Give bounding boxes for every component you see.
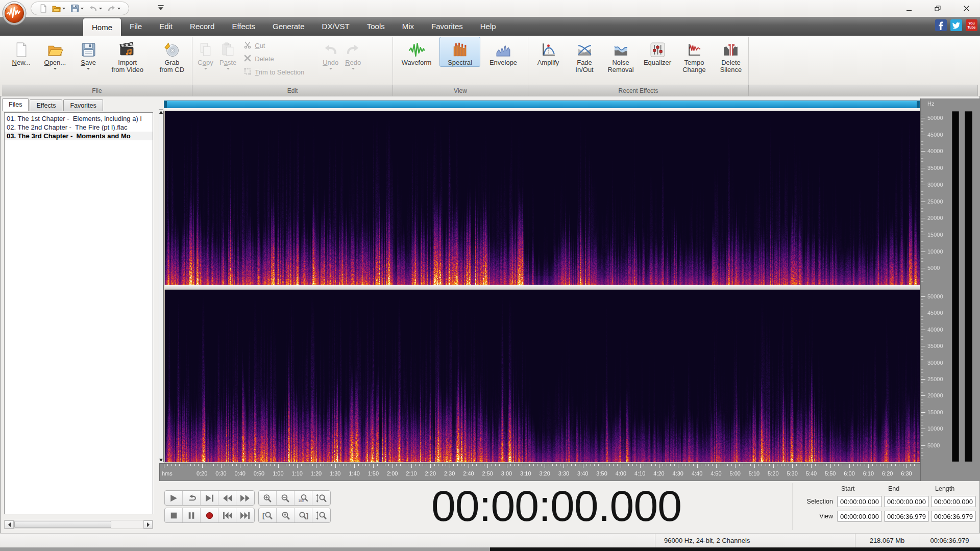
tab-record[interactable]: Record xyxy=(181,17,223,36)
ribbon-button-import-from-video[interactable]: Importfrom Video xyxy=(106,37,150,74)
zoom-selection-start-button[interactable]: [ xyxy=(259,508,277,522)
tab-help[interactable]: Help xyxy=(472,17,505,36)
spectral-icon xyxy=(452,40,469,59)
twitter-icon[interactable] xyxy=(950,19,962,31)
zoom-out-button[interactable] xyxy=(277,491,295,505)
zoom-selection-button[interactable] xyxy=(277,508,295,522)
go-to-start-button[interactable] xyxy=(218,508,236,522)
ribbon-button-copy[interactable]: Copy xyxy=(195,37,215,71)
zoom-selection-end-button[interactable]: ] xyxy=(295,508,312,522)
selection-start-field[interactable]: 00:00:00.000 xyxy=(837,496,882,507)
zoom-vertical-button[interactable] xyxy=(312,491,330,505)
file-list-item[interactable]: 02. The 2nd Chapter - The Fire (pt I).fl… xyxy=(5,123,153,132)
tab-generate[interactable]: Generate xyxy=(264,17,313,36)
go-to-end-button[interactable] xyxy=(236,508,254,522)
ribbon-button-equalizer[interactable]: Equalizer xyxy=(640,37,675,67)
file-list-item[interactable]: 01. The 1st Chapter - Elements, includin… xyxy=(5,114,153,123)
ribbon-button-paste[interactable]: Paste xyxy=(218,37,238,71)
scroll-left-arrow-icon[interactable] xyxy=(5,520,14,529)
spectrogram-channel-2[interactable] xyxy=(164,290,920,462)
ribbon-button-waveform[interactable]: Waveform xyxy=(396,37,437,67)
toolbar-customize-icon[interactable] xyxy=(157,4,164,11)
tab-effects[interactable]: Effects xyxy=(223,17,264,36)
record-button[interactable] xyxy=(201,508,218,522)
ribbon-group-edit: CopyPasteCutDeleteTrim to SelectionUndoR… xyxy=(192,37,393,85)
cut-icon xyxy=(243,41,252,51)
zoom-100-button[interactable]: 100 xyxy=(295,491,312,505)
ribbon-button-undo[interactable]: Undo xyxy=(321,37,340,71)
selection-end-field[interactable]: 00:00:00.000 xyxy=(884,496,929,507)
overview-position-bar[interactable] xyxy=(164,101,920,108)
restore-button[interactable] xyxy=(929,2,946,14)
facebook-icon[interactable] xyxy=(935,19,947,31)
file-list-horizontal-scrollbar[interactable] xyxy=(4,520,153,529)
ribbon-button-save[interactable]: Save xyxy=(74,37,103,71)
ribbon-button-envelope[interactable]: Envelope xyxy=(483,37,524,67)
panel-tab-favorites[interactable]: Favorites xyxy=(63,99,103,111)
file-list[interactable]: 01. The 1st Chapter - Elements, includin… xyxy=(4,112,153,514)
rewind-button[interactable] xyxy=(218,491,236,505)
selection-length-field[interactable]: 00:00:00.000 xyxy=(931,496,976,507)
zoom-buttons-row-2: [] xyxy=(258,508,331,523)
panel-tab-files[interactable]: Files xyxy=(2,98,29,111)
tab-mix[interactable]: Mix xyxy=(394,17,423,36)
play-to-end-button[interactable] xyxy=(201,491,218,505)
playback-buttons-row-2 xyxy=(164,508,255,523)
loop-button[interactable] xyxy=(183,491,201,505)
zoom-vertical-selection-button[interactable] xyxy=(312,508,330,522)
app-logo-icon[interactable] xyxy=(2,1,27,26)
window-controls xyxy=(900,2,975,14)
ribbon-button-noise-removal[interactable]: NoiseRemoval xyxy=(604,37,638,74)
qat-save-file-icon[interactable] xyxy=(69,3,86,14)
tab-dx-vst[interactable]: DX/VST xyxy=(313,17,358,36)
save-icon xyxy=(80,40,97,59)
scrollbar-track[interactable] xyxy=(14,520,143,529)
scrollbar-thumb[interactable] xyxy=(14,521,111,528)
wave-vertical-strip[interactable] xyxy=(159,109,163,463)
ribbon-button-fade-in-out[interactable]: FadeIn/Out xyxy=(568,37,601,74)
play-button[interactable] xyxy=(165,491,183,505)
close-button[interactable] xyxy=(958,2,975,14)
view-end-field[interactable]: 00:06:36.979 xyxy=(884,511,929,522)
tab-home[interactable]: Home xyxy=(83,18,121,36)
ribbon-button-open[interactable]: Open... xyxy=(39,37,71,71)
tab-tools[interactable]: Tools xyxy=(358,17,394,36)
level-meter-right xyxy=(965,111,972,462)
grab-from-cd-icon xyxy=(163,40,180,59)
pause-button[interactable] xyxy=(183,508,201,522)
file-list-item[interactable]: 03. The 3rd Chapter - Moments and Mo xyxy=(5,132,153,140)
tab-edit[interactable]: Edit xyxy=(151,17,181,36)
ribbon-button-delete[interactable]: Delete xyxy=(243,54,315,64)
channel-separator[interactable] xyxy=(164,285,920,290)
timeline-ruler[interactable] xyxy=(159,463,921,481)
ribbon-button-trim-to-selection[interactable]: Trim to Selection xyxy=(243,67,315,77)
scroll-right-arrow-icon[interactable] xyxy=(143,520,153,529)
view-start-field[interactable]: 00:00:00.000 xyxy=(837,511,882,522)
qat-redo-icon[interactable] xyxy=(106,3,122,14)
spectrogram-channel-1[interactable] xyxy=(164,111,920,285)
qat-open-file-icon[interactable] xyxy=(51,3,67,14)
group-label-edit: Edit xyxy=(192,85,393,96)
ribbon-button-tempo-change[interactable]: TempoChange xyxy=(677,37,711,74)
ribbon-button-amplify[interactable]: Amplify xyxy=(531,37,565,67)
ribbon-button-new[interactable]: New... xyxy=(6,37,36,67)
qat-new-file-icon[interactable] xyxy=(37,3,49,14)
fast-forward-button[interactable] xyxy=(236,491,254,505)
zoom-in-button[interactable] xyxy=(259,491,277,505)
fade-in-out-icon xyxy=(576,40,593,59)
qat-undo-icon[interactable] xyxy=(87,3,104,14)
ribbon-button-spectral[interactable]: Spectral xyxy=(439,37,480,67)
ribbon-button-cut[interactable]: Cut xyxy=(243,41,315,51)
ribbon-button-redo[interactable]: Redo xyxy=(343,37,363,71)
view-length-field[interactable]: 00:06:36.979 xyxy=(931,511,976,522)
youtube-icon[interactable]: YouTube xyxy=(966,19,977,31)
ribbon-button-grab-from-cd[interactable]: Grabfrom CD xyxy=(152,37,192,74)
frequency-rail xyxy=(920,98,980,481)
minimize-button[interactable] xyxy=(900,2,918,14)
ribbon-button-delete-silence[interactable]: DeleteSilence xyxy=(714,37,748,74)
tab-favorites[interactable]: Favorites xyxy=(423,17,472,36)
undo-icon xyxy=(322,40,339,59)
panel-tab-effects[interactable]: Effects xyxy=(30,99,62,111)
stop-button[interactable] xyxy=(165,508,183,522)
tab-file[interactable]: File xyxy=(121,17,151,36)
